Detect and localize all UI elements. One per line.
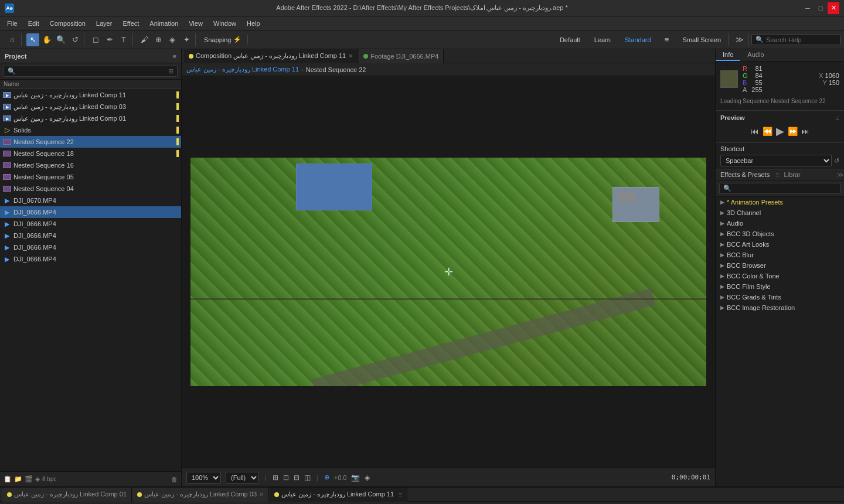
- menu-view[interactable]: View: [184, 19, 207, 28]
- safe-zones-icon[interactable]: ⊡: [283, 474, 289, 482]
- maximize-button[interactable]: □: [815, 2, 826, 14]
- new-footage-icon[interactable]: 🎬: [25, 475, 33, 483]
- menu-file[interactable]: File: [2, 19, 22, 28]
- zoom-selector[interactable]: 100% 50% 200%: [186, 472, 221, 483]
- menu-animation[interactable]: Animation: [145, 19, 183, 28]
- project-search-input[interactable]: [18, 68, 166, 75]
- project-item-nested18[interactable]: Nested Sequence 18: [0, 148, 181, 159]
- puppet-tool[interactable]: ✦: [180, 33, 193, 46]
- project-item-nested22[interactable]: Nested Sequence 22: [0, 136, 181, 148]
- viewer-settings-icon[interactable]: ◈: [365, 474, 370, 482]
- menu-effect[interactable]: Effect: [118, 19, 144, 28]
- workspace-default[interactable]: Default: [555, 35, 585, 45]
- effects-item-bccfilm[interactable]: ▶ BCC Film Style: [716, 281, 844, 292]
- effects-item-animation[interactable]: ▶ * Animation Presets: [716, 197, 844, 207]
- close-button[interactable]: ✕: [828, 2, 839, 14]
- eraser-tool[interactable]: ◈: [166, 33, 179, 46]
- project-item-nested04[interactable]: Nested Sequence 04: [0, 183, 181, 195]
- grid-icon[interactable]: ⊟: [294, 474, 300, 482]
- menu-window[interactable]: Window: [209, 19, 241, 28]
- project-item-dji0666c[interactable]: ▶ DJI_0666.MP4: [0, 230, 181, 241]
- menu-composition[interactable]: Composition: [45, 19, 90, 28]
- step-back-btn[interactable]: ⏪: [763, 127, 772, 136]
- effects-item-bccblur[interactable]: ▶ BCC Blur: [716, 250, 844, 260]
- effects-tab[interactable]: Effects & Presets: [716, 169, 774, 180]
- timeline-tab-comp03[interactable]: رودبارچیره - زمین عباس Linked Comp 03 ✕: [132, 488, 269, 502]
- play-pause-btn[interactable]: ▶: [776, 125, 784, 138]
- zoom-tool[interactable]: 🔍: [55, 33, 67, 46]
- effects-item-bccbrowser[interactable]: ▶ BCC Browser: [716, 260, 844, 271]
- tab-comp11[interactable]: Composition رودبارچیره - زمین عباس Linke…: [184, 49, 358, 63]
- brush-tool[interactable]: 🖌: [138, 33, 151, 46]
- project-panel-menu[interactable]: ≡: [173, 53, 176, 60]
- skip-to-start-btn[interactable]: ⏮: [751, 127, 759, 136]
- timeline-panel-menu[interactable]: ≡: [399, 491, 402, 498]
- expand-icon[interactable]: ≫: [733, 33, 746, 46]
- tab-comp11-close[interactable]: ✕: [348, 53, 353, 59]
- project-item-dji0670[interactable]: ▶ DJI_0670.MP4: [0, 195, 181, 206]
- delete-icon[interactable]: 🗑: [171, 476, 178, 483]
- project-item[interactable]: ▶ رودبارچیره - زمین عباس Linked Comp 11: [0, 89, 181, 101]
- effects-search-container[interactable]: 🔍: [719, 183, 840, 194]
- search-help-bar[interactable]: 🔍: [751, 34, 840, 45]
- effects-expand[interactable]: ≫: [837, 171, 844, 179]
- shortcut-select[interactable]: Spacebar: [720, 155, 832, 166]
- menu-layer[interactable]: Layer: [91, 19, 117, 28]
- clone-tool[interactable]: ⊕: [152, 33, 165, 46]
- preview-panel-menu[interactable]: ≡: [836, 114, 839, 121]
- pen-tool[interactable]: ✒: [103, 33, 116, 46]
- project-search-container[interactable]: 🔍 ⊞: [4, 66, 178, 77]
- effects-item-bcccolor[interactable]: ▶ BCC Color & Tone: [716, 271, 844, 281]
- info-tab[interactable]: Info: [716, 49, 740, 61]
- search-help-input[interactable]: [766, 36, 836, 43]
- project-item-nested05[interactable]: Nested Sequence 05: [0, 171, 181, 183]
- project-item-dji0666b[interactable]: ▶ DJI_0666.MP4: [0, 218, 181, 230]
- transparency-icon[interactable]: ◫: [304, 474, 311, 482]
- shape-tool[interactable]: ◻: [89, 33, 102, 46]
- snapping-button[interactable]: Snapping ⚡: [200, 35, 245, 45]
- new-comp-icon[interactable]: 📋: [4, 475, 12, 483]
- home-tool[interactable]: ⌂: [6, 33, 19, 46]
- effects-item-bccgrads[interactable]: ▶ BCC Grads & Tints: [716, 292, 844, 302]
- effects-search-input[interactable]: [734, 185, 836, 192]
- project-item-solids[interactable]: ▷ Solids: [0, 124, 181, 136]
- effects-item-bccimage[interactable]: ▶ BCC Image Restoration: [716, 302, 844, 313]
- timeline-tab-comp11[interactable]: رودبارچیره - زمین عباس Linked Comp 11 ≡: [270, 488, 407, 502]
- workspace-small-screen[interactable]: Small Screen: [678, 35, 726, 45]
- step-forward-btn[interactable]: ⏩: [788, 127, 798, 136]
- tab-comp03-close[interactable]: ✕: [259, 491, 264, 498]
- minimize-button[interactable]: ─: [802, 2, 814, 14]
- camera-icon[interactable]: 📷: [351, 474, 360, 482]
- audio-tab[interactable]: Audio: [740, 49, 771, 61]
- effects-item-3d[interactable]: ▶ 3D Channel: [716, 207, 844, 218]
- selection-tool[interactable]: ↖: [26, 33, 39, 46]
- effects-item-bcc3d[interactable]: ▶ BCC 3D Objects: [716, 229, 844, 239]
- workspace-standard[interactable]: Standard: [620, 35, 656, 45]
- text-tool[interactable]: T: [117, 33, 130, 46]
- hand-tool[interactable]: ✋: [40, 33, 53, 46]
- breadcrumb-parent[interactable]: رودبارچیره - زمین عباس Linked Comp 11: [186, 66, 299, 73]
- color-correct-icon[interactable]: ⊕: [324, 474, 329, 481]
- timeline-tab-comp01[interactable]: رودبارچیره - زمین عباس Linked Comp 01: [2, 488, 132, 502]
- menu-help[interactable]: Help: [242, 19, 265, 28]
- project-item-nested16[interactable]: Nested Sequence 16: [0, 159, 181, 171]
- tab-footage[interactable]: Footage DJI_0666.MP4: [359, 49, 444, 63]
- skip-to-end-btn[interactable]: ⏭: [801, 127, 809, 136]
- new-folder-icon[interactable]: 📁: [14, 475, 22, 483]
- workspace-menu[interactable]: ≡: [661, 33, 673, 46]
- quality-selector[interactable]: (Full) (Half): [226, 472, 259, 483]
- workspace-learn[interactable]: Learn: [590, 35, 615, 45]
- effects-item-audio[interactable]: ▶ Audio: [716, 218, 844, 229]
- fit-width-icon[interactable]: ⊞: [273, 474, 278, 482]
- library-tab[interactable]: Librar: [780, 169, 805, 180]
- rotate-tool[interactable]: ↺: [69, 33, 81, 46]
- project-item[interactable]: ▶ رودبارچیره - زمین عباس Linked Comp 01: [0, 113, 181, 124]
- project-item-dji0666-sel[interactable]: ▶ DJI_0666.MP4: [0, 206, 181, 218]
- project-item-dji0666d[interactable]: ▶ DJI_0666.MP4: [0, 241, 181, 253]
- project-item-dji0666e[interactable]: ▶ DJI_0666.MP4: [0, 253, 181, 265]
- menu-edit[interactable]: Edit: [23, 19, 44, 28]
- effects-item-bccart[interactable]: ▶ BCC Art Looks: [716, 239, 844, 250]
- proxy-icon[interactable]: ◈: [35, 475, 40, 483]
- shortcut-reset[interactable]: ↺: [834, 157, 839, 165]
- project-item[interactable]: ▶ رودبارچیره - زمین عباس Linked Comp 03: [0, 101, 181, 113]
